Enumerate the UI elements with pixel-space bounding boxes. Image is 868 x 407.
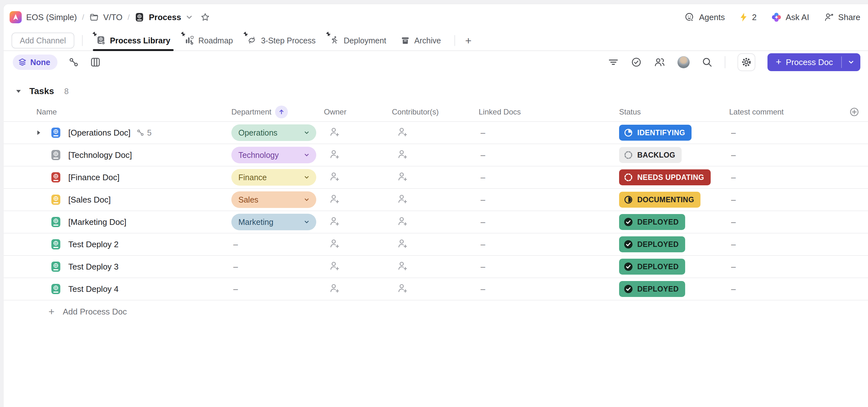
add-owner-icon[interactable] [329, 216, 340, 226]
filter-icon[interactable] [608, 57, 619, 68]
status-badge[interactable]: DEPLOYED [619, 259, 685, 275]
add-owner-icon[interactable] [329, 194, 340, 204]
name-cell: Test Deploy 3 [34, 261, 231, 272]
department-select[interactable]: Marketing [231, 214, 316, 230]
status-badge[interactable]: IDENTIFYING [619, 125, 691, 140]
add-contributor-icon[interactable] [397, 149, 408, 159]
new-process-doc-button[interactable]: + Process Doc [768, 53, 860, 71]
breadcrumb: EOS (Simple) / V/TO / Process [9, 11, 210, 23]
process-doc-icon [51, 172, 61, 183]
process-doc-icon [51, 284, 61, 294]
tab-archive[interactable]: Archive [395, 31, 446, 51]
add-owner-icon[interactable] [329, 127, 340, 137]
status-badge[interactable]: NEEDS UPDATING [619, 169, 711, 185]
tab-3-step-process[interactable]: 3-Step Process [241, 31, 321, 51]
group-by-button[interactable]: None [13, 55, 57, 70]
task-name[interactable]: [Finance Doc] [68, 173, 119, 183]
tab-roadmap[interactable]: Roadmap [179, 31, 239, 51]
task-name[interactable]: Test Deploy 4 [68, 284, 119, 294]
add-owner-icon[interactable] [329, 260, 340, 271]
column-header-contributors[interactable]: Contributor(s) [392, 107, 479, 117]
add-contributor-icon[interactable] [397, 238, 408, 248]
status-label: DEPLOYED [637, 285, 679, 293]
department-select[interactable]: Technology [231, 147, 316, 163]
add-owner-icon[interactable] [329, 171, 340, 182]
share-button[interactable]: Share [824, 12, 860, 22]
add-owner-icon[interactable] [329, 238, 340, 248]
add-contributor-icon[interactable] [397, 216, 408, 226]
agents-button[interactable]: Agents [684, 12, 725, 22]
task-name[interactable]: [Technology Doc] [68, 150, 132, 160]
ask-ai-button[interactable]: Ask AI [771, 12, 809, 22]
lightning-icon [739, 12, 748, 22]
column-header-owner[interactable]: Owner [324, 107, 392, 117]
task-name[interactable]: [Marketing Doc] [68, 217, 126, 227]
add-tab-button[interactable]: + [463, 34, 474, 47]
add-owner-icon[interactable] [329, 149, 340, 159]
column-header-name[interactable]: Name [34, 107, 231, 117]
add-contributor-icon[interactable] [397, 171, 408, 182]
column-header-latest-comment[interactable]: Latest comment [729, 107, 822, 117]
column-header-status[interactable]: Status [619, 107, 729, 117]
task-name[interactable]: [Operations Doc] [68, 128, 130, 138]
task-name[interactable]: Test Deploy 3 [68, 262, 119, 272]
status-badge[interactable]: DEPLOYED [619, 237, 685, 252]
add-process-doc-button[interactable]: + Add Process Doc [3, 301, 868, 323]
add-contributor-icon[interactable] [397, 127, 408, 137]
task-name[interactable]: [Sales Doc] [68, 195, 111, 205]
show-closed-icon[interactable] [631, 57, 642, 68]
chevron-down-icon[interactable] [842, 59, 860, 66]
collapse-triangle-icon[interactable] [15, 88, 22, 94]
add-owner-icon[interactable] [329, 283, 340, 293]
department-cell: Finance – [231, 169, 324, 186]
link-count[interactable]: 5 [136, 128, 152, 137]
task-name[interactable]: Test Deploy 2 [68, 240, 119, 249]
contributors-cell [392, 171, 479, 184]
owner-cell [324, 127, 392, 139]
status-badge[interactable]: BACKLOG [619, 147, 682, 163]
department-select[interactable]: Sales [231, 191, 316, 208]
breadcrumb-page[interactable]: Process [149, 12, 181, 22]
expand-row-icon[interactable] [34, 130, 51, 135]
assignees-icon[interactable] [654, 57, 665, 68]
section-title[interactable]: Tasks [29, 86, 54, 96]
user-avatar[interactable] [678, 56, 690, 68]
add-contributor-icon[interactable] [397, 283, 408, 293]
add-column-button[interactable] [849, 106, 860, 117]
latest-comment-value: – [729, 173, 822, 183]
group-by-value: None [30, 58, 51, 67]
dependencies-icon[interactable] [68, 57, 79, 68]
chevron-down-icon[interactable] [186, 14, 193, 21]
status-icon-check [624, 262, 633, 272]
share-person-icon [824, 12, 834, 22]
view-settings-button[interactable] [738, 53, 755, 71]
column-header-linked-docs[interactable]: Linked Docs [479, 107, 619, 117]
sort-ascending-icon[interactable] [275, 105, 288, 118]
department-value: Technology [238, 151, 279, 160]
column-header-department[interactable]: Department [231, 105, 324, 118]
columns-icon[interactable] [90, 57, 101, 68]
department-select[interactable]: Finance [231, 169, 316, 186]
workspace-logo-icon[interactable] [9, 11, 22, 23]
status-badge[interactable]: DOCUMENTING [619, 192, 701, 208]
top-bar-actions: Agents 2 Ask AI [684, 12, 860, 22]
add-channel-button[interactable]: Add Channel [11, 33, 74, 49]
status-badge[interactable]: DEPLOYED [619, 281, 685, 297]
breadcrumb-folder[interactable]: V/TO [103, 12, 123, 22]
department-value: Marketing [238, 218, 274, 227]
automations-button[interactable]: 2 [739, 12, 756, 22]
contributors-cell [392, 238, 479, 251]
status-cell: DEPLOYED [619, 237, 729, 252]
favorite-star-icon[interactable] [200, 12, 210, 22]
add-contributor-icon[interactable] [397, 260, 408, 271]
add-contributor-icon[interactable] [397, 194, 408, 204]
department-cell: Technology – [231, 147, 324, 163]
breadcrumb-workspace[interactable]: EOS (Simple) [26, 12, 77, 22]
department-cell: Marketing – [231, 214, 324, 230]
status-badge[interactable]: DEPLOYED [619, 214, 685, 230]
tab-process-library[interactable]: Process Library [90, 31, 176, 51]
latest-comment-value: – [729, 240, 822, 249]
search-icon[interactable] [702, 57, 713, 68]
tab-deployment[interactable]: Deployment [324, 31, 392, 51]
department-select[interactable]: Operations [231, 124, 316, 141]
